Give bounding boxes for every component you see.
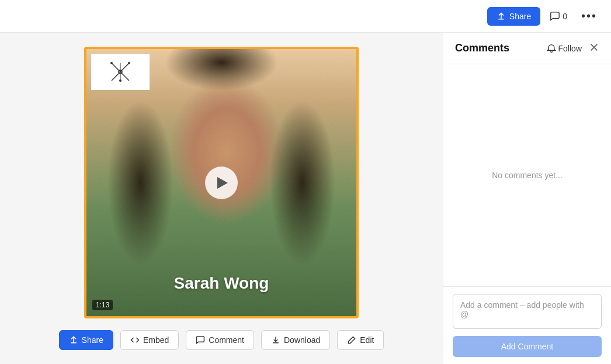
share-button-top[interactable]: Share (487, 7, 540, 26)
svg-point-5 (119, 79, 121, 82)
more-options-button[interactable]: ••• (577, 7, 602, 25)
follow-button[interactable]: Follow (547, 44, 582, 53)
chat-icon (550, 11, 560, 22)
comments-header: Comments Follow (443, 33, 611, 64)
more-dots: ••• (581, 9, 597, 22)
svg-point-3 (110, 62, 113, 64)
bell-icon (547, 44, 556, 53)
add-comment-button[interactable]: Add Comment (453, 336, 602, 357)
share-button-toolbar[interactable]: Share (59, 330, 113, 350)
edit-button[interactable]: Edit (337, 330, 384, 350)
close-button[interactable] (589, 42, 599, 54)
comments-panel: Comments Follow No comments yet... (443, 33, 611, 364)
close-icon (589, 42, 599, 53)
edit-icon (347, 335, 356, 345)
download-button[interactable]: Download (261, 330, 330, 350)
download-icon (271, 335, 280, 345)
play-button[interactable] (205, 167, 238, 199)
embed-label: Embed (143, 335, 169, 345)
share-icon (497, 12, 506, 21)
embed-icon (130, 335, 140, 345)
comment-label: Comment (209, 335, 244, 345)
download-label: Download (284, 335, 320, 345)
person-name-overlay: Sarah Wong (86, 274, 356, 293)
share-label-toolbar: Share (82, 335, 103, 345)
logo-overlay (91, 54, 150, 90)
brand-logo (103, 60, 138, 84)
embed-button[interactable]: Embed (120, 330, 179, 350)
comments-title: Comments (455, 42, 509, 54)
video-panel: Sarah Wong 1:13 Share Embed (0, 33, 443, 364)
follow-label: Follow (558, 44, 582, 53)
comment-input[interactable] (453, 294, 602, 329)
comments-count: 0 (563, 12, 567, 21)
svg-point-4 (128, 62, 130, 64)
comment-button[interactable]: Comment (186, 330, 254, 350)
comments-body: No comments yet... (443, 64, 611, 286)
top-bar: Share 0 ••• (0, 0, 611, 33)
comments-header-actions: Follow (547, 42, 599, 54)
comments-count-button[interactable]: 0 (545, 8, 572, 25)
duration-badge: 1:13 (92, 300, 113, 310)
comment-icon (196, 335, 205, 345)
no-comments-text: No comments yet... (492, 171, 563, 180)
comment-input-area: Add Comment (443, 286, 611, 364)
edit-label: Edit (360, 335, 374, 345)
video-container[interactable]: Sarah Wong 1:13 (84, 47, 359, 318)
share-label-top: Share (509, 12, 531, 21)
video-toolbar: Share Embed Comment Download (59, 330, 384, 350)
share-icon-toolbar (69, 335, 78, 345)
main-content: Sarah Wong 1:13 Share Embed (0, 33, 611, 364)
add-comment-label: Add Comment (501, 342, 553, 351)
